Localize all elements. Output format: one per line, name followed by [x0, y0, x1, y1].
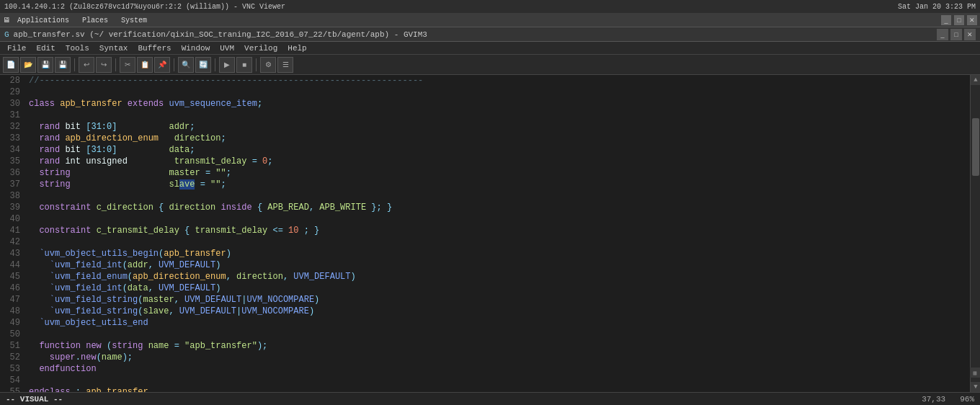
statusbar-mode: -- VISUAL -- — [6, 395, 63, 404]
toolbar-save2-button[interactable]: 💾 — [55, 57, 71, 73]
menu-window[interactable]: Window — [177, 43, 215, 53]
applications-menu[interactable]: Applications — [17, 17, 69, 25]
line-content: constraint c_direction { direction insid… — [26, 202, 392, 213]
toolbar-copy-button[interactable]: 📋 — [137, 57, 153, 73]
table-row: 47 `uvm_field_string(master, UVM_DEFAULT… — [0, 294, 970, 306]
line-content: string master = ""; — [26, 167, 231, 179]
line-number: 48 — [0, 306, 26, 317]
line-content — [26, 190, 29, 202]
line-content — [26, 236, 29, 248]
table-row: 38 — [0, 190, 970, 202]
toolbar-sep5 — [256, 58, 257, 71]
vnc-maximize-button[interactable]: □ — [954, 15, 964, 25]
line-content — [26, 213, 29, 225]
line-number: 39 — [0, 202, 26, 213]
line-number: 28 — [0, 75, 26, 86]
table-row: 49 `uvm_object_utils_end — [0, 317, 970, 329]
line-content: //--------------------------------------… — [26, 75, 423, 86]
line-content: `uvm_field_int(data, UVM_DEFAULT) — [26, 282, 220, 294]
menu-syntax[interactable]: Syntax — [95, 43, 133, 53]
vnc-app-menu[interactable]: Applications Places System — [17, 17, 147, 25]
line-number: 41 — [0, 225, 26, 236]
toolbar-paste-button[interactable]: 📌 — [154, 57, 170, 73]
menu-file[interactable]: File — [3, 43, 30, 53]
line-number: 42 — [0, 236, 26, 248]
system-menu[interactable]: System — [121, 17, 147, 25]
table-row: 55 endclass : apb_transfer — [0, 386, 970, 392]
menu-tools[interactable]: Tools — [61, 43, 94, 53]
toolbar-sep2 — [115, 58, 116, 71]
line-content: rand int unsigned transmit_delay = 0; — [26, 156, 273, 167]
menu-help[interactable]: Help — [283, 43, 311, 53]
vnc-minimize-button[interactable]: _ — [941, 15, 951, 25]
code-area[interactable]: 28 //-----------------------------------… — [0, 75, 970, 392]
line-content — [26, 375, 29, 386]
gvim-close-button[interactable]: ✕ — [964, 29, 976, 40]
toolbar-cut-button[interactable]: ✂ — [120, 57, 135, 73]
statusbar: -- VISUAL -- 37,33 96% — [0, 392, 980, 405]
gvim-titlebar-controls[interactable]: _ □ ✕ — [937, 29, 976, 40]
os-topbar: 100.14.240.1:2 (Zul8cz678vc1d7%uyou6r:2:… — [0, 0, 980, 13]
line-number: 34 — [0, 144, 26, 156]
line-number: 40 — [0, 213, 26, 225]
line-content: `uvm_field_enum(apb_direction_enum, dire… — [26, 271, 356, 282]
gvim-restore-button[interactable]: □ — [950, 29, 962, 40]
line-content: rand bit [31:0] data; — [26, 144, 195, 156]
toolbar-find-button[interactable]: 🔍 — [178, 57, 194, 73]
table-row: 29 — [0, 86, 970, 98]
table-row: 53 endfunction — [0, 363, 970, 375]
minimap-icon[interactable]: ▦ — [970, 368, 980, 378]
line-content: super.new(name); — [26, 352, 133, 363]
gvim-title: apb_transfer.sv (~/ verification/qixin_S… — [14, 30, 427, 39]
menu-edit[interactable]: Edit — [32, 43, 59, 53]
line-content: string slave = ""; — [26, 179, 226, 190]
vnc-close-button[interactable]: ✕ — [967, 15, 977, 25]
table-row: 42 — [0, 236, 970, 248]
table-row: 46 `uvm_field_int(data, UVM_DEFAULT) — [0, 282, 970, 294]
table-row: 34 rand bit [31:0] data; — [0, 144, 970, 156]
vnc-titlebar: 🖥 Applications Places System _ □ ✕ — [0, 13, 980, 27]
line-content — [26, 329, 29, 340]
gvim-titlebar-left: G apb_transfer.sv (~/ verification/qixin… — [4, 30, 427, 39]
line-content: `uvm_object_utils_begin(apb_transfer) — [26, 248, 231, 259]
toolbar-build-button[interactable]: ▶ — [219, 57, 235, 73]
statusbar-left: -- VISUAL -- — [6, 395, 63, 404]
menu-buffers[interactable]: Buffers — [133, 43, 175, 53]
vnc-titlebar-controls[interactable]: _ □ ✕ — [941, 15, 977, 25]
line-number: 35 — [0, 156, 26, 167]
menu-verilog[interactable]: Verilog — [240, 43, 282, 53]
editor-area: 28 //-----------------------------------… — [0, 75, 980, 392]
scroll-down-button[interactable]: ▼ — [971, 382, 980, 392]
line-number: 37 — [0, 179, 26, 190]
line-content: endclass : apb_transfer — [26, 386, 148, 392]
line-number: 30 — [0, 98, 26, 110]
toolbar-open-button[interactable]: 📂 — [20, 57, 36, 73]
toolbar-sep3 — [174, 58, 174, 71]
scrollbar-right[interactable]: ▲ ▼ ▦ — [970, 75, 980, 392]
toolbar-stop-button[interactable]: ■ — [236, 57, 252, 73]
toolbar-sep4 — [215, 58, 215, 71]
toolbar-new-button[interactable]: 📄 — [3, 57, 19, 73]
os-topbar-vnc-title: 100.14.240.1:2 (Zul8cz678vc1d7%uyou6r:2:… — [4, 3, 285, 11]
line-content: `uvm_field_int(addr, UVM_DEFAULT) — [26, 259, 220, 271]
gvim-icon: G — [4, 30, 9, 39]
toolbar-undo-button[interactable]: ↩ — [79, 57, 94, 73]
toolbar-sep1 — [74, 58, 75, 71]
scroll-up-button[interactable]: ▲ — [971, 75, 980, 85]
scrollbar-thumb[interactable] — [972, 118, 979, 176]
menu-uvm[interactable]: UVM — [215, 43, 239, 53]
toolbar-extra1-button[interactable]: ⚙ — [260, 57, 276, 73]
toolbar-findreplace-button[interactable]: 🔄 — [195, 57, 211, 73]
line-content: class apb_transfer extends uvm_sequence_… — [26, 98, 262, 110]
gvim-minimize-button[interactable]: _ — [937, 29, 948, 40]
table-row: 37 string slave = ""; — [0, 179, 970, 190]
line-number: 44 — [0, 259, 26, 271]
table-row: 41 constraint c_transmit_delay { transmi… — [0, 225, 970, 236]
toolbar-extra2-button[interactable]: ☰ — [277, 57, 293, 73]
line-number: 29 — [0, 86, 26, 98]
places-menu[interactable]: Places — [82, 17, 108, 25]
toolbar-save-button[interactable]: 💾 — [37, 57, 53, 73]
table-row: 48 `uvm_field_string(slave, UVM_DEFAULT|… — [0, 306, 970, 317]
toolbar-redo-button[interactable]: ↪ — [96, 57, 112, 73]
line-number: 38 — [0, 190, 26, 202]
